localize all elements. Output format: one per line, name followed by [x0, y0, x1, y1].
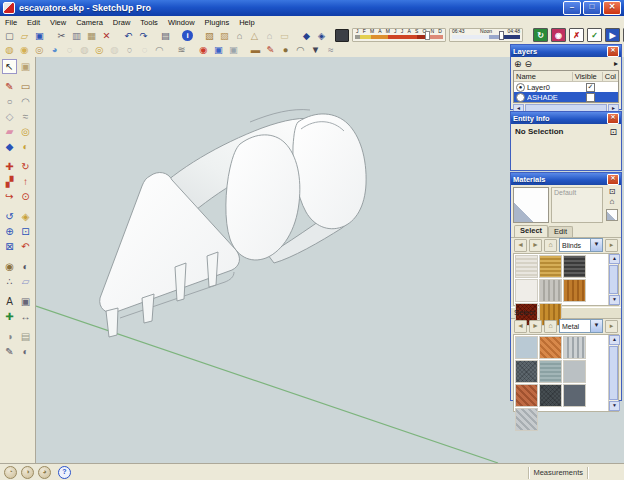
- eye-tool[interactable]: ◐: [18, 344, 33, 359]
- style-shaded-icon[interactable]: ◎: [32, 43, 47, 56]
- metal-brushed-blue[interactable]: [539, 360, 562, 383]
- home-icon[interactable]: ⌂: [544, 239, 557, 252]
- undo-icon[interactable]: ↶: [121, 29, 136, 42]
- close-icon[interactable]: ✕: [607, 46, 619, 57]
- help-icon[interactable]: i: [180, 29, 195, 42]
- shadow-strip-icon[interactable]: ≋: [174, 43, 189, 56]
- collection-detail-icon[interactable]: ▸: [605, 320, 618, 333]
- open-file-icon[interactable]: ▱: [17, 29, 32, 42]
- look-around-tool[interactable]: ◐: [18, 259, 33, 274]
- layers-detail-button[interactable]: ▸: [614, 59, 618, 68]
- protractor-tool[interactable]: ◐: [18, 139, 33, 154]
- 3d-model-excavator-bucket[interactable]: [100, 110, 366, 337]
- collection-dropdown-secondary[interactable]: Metal ▼: [559, 319, 603, 333]
- collection-dropdown[interactable]: Blinds ▼: [559, 238, 603, 252]
- help-circle-icon[interactable]: ?: [58, 466, 71, 479]
- home-icon[interactable]: ⌂: [544, 320, 557, 333]
- section-display-icon[interactable]: ◠: [152, 43, 167, 56]
- house-outline-icon[interactable]: ⌂: [262, 29, 277, 42]
- arc-tool-icon[interactable]: ◠: [293, 43, 308, 56]
- paint-model-icon[interactable]: ⌂: [610, 197, 615, 206]
- measurements-input[interactable]: [592, 467, 622, 478]
- bucket-fill-icon[interactable]: ◈: [314, 29, 329, 42]
- face-front-icon[interactable]: ◎: [92, 43, 107, 56]
- new-file-icon[interactable]: ▢: [2, 29, 17, 42]
- copy-icon[interactable]: ▥: [69, 29, 84, 42]
- layer-row[interactable]: ● Layer0 ✓: [514, 82, 618, 92]
- current-layer-radio[interactable]: [516, 93, 525, 102]
- redo-icon[interactable]: ↷: [136, 29, 151, 42]
- style-settings-tool[interactable]: ▤: [18, 329, 33, 344]
- menu-window[interactable]: Window: [163, 18, 200, 27]
- fog-icon[interactable]: ◌: [137, 43, 152, 56]
- scroll-down-icon[interactable]: ▼: [609, 295, 620, 305]
- chevron-down-icon[interactable]: ▼: [590, 239, 602, 251]
- roof-plane-icon[interactable]: △: [247, 29, 262, 42]
- remove-layer-button[interactable]: ⊖: [525, 59, 533, 69]
- zoom-tool[interactable]: ⊕: [2, 224, 17, 239]
- erase-icon[interactable]: ✕: [99, 29, 114, 42]
- materials-tab[interactable]: Select: [514, 225, 548, 237]
- line-tool[interactable]: ✎: [2, 79, 17, 94]
- style-hidden-line-icon[interactable]: ◉: [17, 43, 32, 56]
- scroll-up-icon[interactable]: ▲: [609, 335, 620, 345]
- position-camera-tool[interactable]: ◉: [2, 259, 17, 274]
- component-box-icon[interactable]: ▨: [217, 29, 232, 42]
- materials-titlebar[interactable]: Materials ✕: [511, 173, 621, 185]
- nav-forward-icon[interactable]: ►: [529, 239, 542, 252]
- blinds-gray-vertical[interactable]: [539, 279, 562, 302]
- arc-tool[interactable]: ◠: [18, 94, 33, 109]
- pan-tool[interactable]: ◈: [18, 209, 33, 224]
- cut-icon[interactable]: ✂: [54, 29, 69, 42]
- scroll-up-icon[interactable]: ▲: [609, 254, 620, 264]
- shadow-month-slider[interactable]: JFMAMJJASOND: [352, 28, 446, 42]
- swatch-scrollbar[interactable]: ▲ ▼: [608, 254, 618, 305]
- wood-orange[interactable]: [563, 279, 586, 302]
- view-top-icon[interactable]: ▣: [211, 43, 226, 56]
- material-name-field[interactable]: Default: [551, 187, 603, 223]
- walk-tool[interactable]: ∴: [2, 274, 17, 289]
- scale-tool[interactable]: ▞: [2, 174, 17, 189]
- dimension-tool[interactable]: ↔: [18, 309, 33, 324]
- blinds-gold[interactable]: [539, 255, 562, 278]
- delete-plugin-button[interactable]: ✗: [569, 28, 584, 42]
- swatch-scrollbar[interactable]: ▲ ▼: [608, 335, 618, 411]
- push-pull-tool[interactable]: ↑: [18, 174, 33, 189]
- move-tool[interactable]: ✚: [2, 159, 17, 174]
- follow-me-tool[interactable]: ↪: [2, 189, 17, 204]
- layer-name[interactable]: Layer0: [527, 83, 574, 92]
- nav-forward-icon[interactable]: ►: [529, 320, 542, 333]
- visible-checkbox[interactable]: [586, 93, 595, 102]
- menu-camera[interactable]: Camera: [71, 18, 108, 27]
- close-icon[interactable]: ✕: [607, 113, 619, 124]
- scrollbar-thumb[interactable]: [609, 265, 618, 294]
- column-header-name[interactable]: Name: [514, 72, 573, 81]
- menu-help[interactable]: Help: [234, 18, 259, 27]
- offset-tool[interactable]: ⊙: [18, 189, 33, 204]
- credit-icon-1[interactable]: ◔: [4, 466, 17, 479]
- add-layer-button[interactable]: ⊕: [514, 59, 522, 69]
- panel-icon[interactable]: ▭: [277, 29, 292, 42]
- blinds-dark[interactable]: [563, 255, 586, 278]
- blinds-white[interactable]: [515, 279, 538, 302]
- orbit-tool[interactable]: ↺: [2, 209, 17, 224]
- menu-file[interactable]: File: [0, 18, 22, 27]
- chevron-down-icon[interactable]: ▼: [590, 320, 602, 332]
- render-plugin-button[interactable]: ↻: [533, 28, 548, 42]
- shadow-settings-tool[interactable]: ◑: [2, 329, 17, 344]
- 3d-text-tool[interactable]: ▣: [18, 294, 33, 309]
- current-layer-radio[interactable]: ●: [516, 83, 525, 92]
- metal-dark[interactable]: [539, 384, 562, 407]
- polygon-tool-icon[interactable]: ▼: [308, 43, 323, 56]
- paint-bucket-tool[interactable]: ◆: [2, 139, 17, 154]
- style-xray-icon[interactable]: ◍: [77, 43, 92, 56]
- shadow-time-slider[interactable]: 06:43 Noon 04:48: [449, 28, 523, 42]
- shadow-onoff-icon[interactable]: ○: [122, 43, 137, 56]
- make-component-icon[interactable]: ▧: [202, 29, 217, 42]
- circle-tool[interactable]: ○: [2, 94, 17, 109]
- rectangle-tool-icon[interactable]: ▬: [248, 43, 263, 56]
- freehand-tool-icon[interactable]: ≈: [323, 43, 338, 56]
- label-tool[interactable]: ✎: [2, 344, 17, 359]
- circle-tool-icon[interactable]: ●: [278, 43, 293, 56]
- layer-row[interactable]: ASHADE: [514, 92, 618, 102]
